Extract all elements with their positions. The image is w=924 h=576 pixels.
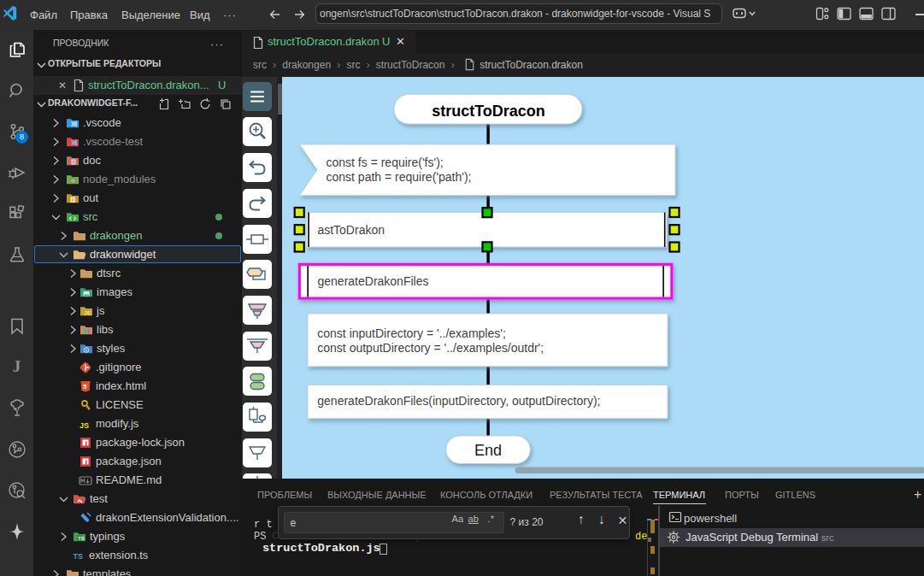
svg-text:End: End [474,442,502,459]
svg-text:const outputDirectory = '../ex: const outputDirectory = '../examples/out… [317,341,544,355]
svg-text:structToDracon: structToDracon [432,103,545,120]
svg-text:TS: TS [78,536,84,541]
svg-text:5: 5 [83,383,87,391]
svg-text:const inputDirectory = '../exa: const inputDirectory = '../examples'; [317,326,506,340]
svg-text:JS: JS [84,310,91,316]
svg-text:astToDrakon: astToDrakon [317,223,385,237]
svg-text:generateDrakonFiles: generateDrakonFiles [318,274,429,288]
svg-text:TS: TS [74,552,84,561]
svg-text:const path = require('path');: const path = require('path'); [327,170,472,184]
svg-text:const fs = require('fs');: const fs = require('fs'); [327,156,444,169]
svg-text:generateDrakonFiles(inputDirec: generateDrakonFiles(inputDirectory, outp… [317,394,600,408]
svg-text:JS: JS [79,421,89,430]
